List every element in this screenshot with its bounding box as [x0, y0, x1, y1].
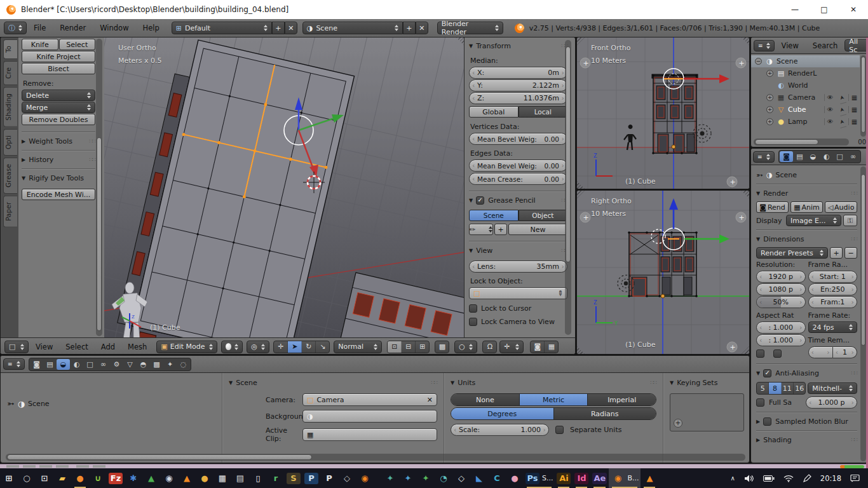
- taskbar-item[interactable]: ◇: [452, 468, 470, 488]
- toolshelf-tab[interactable]: Paper: [3, 196, 17, 227]
- properties-tab[interactable]: ◒: [57, 359, 70, 370]
- taskbar-item[interactable]: ◉: [160, 468, 178, 488]
- units-radians-button[interactable]: Radians: [554, 408, 656, 419]
- grease-scene-button[interactable]: Scene: [469, 210, 519, 221]
- taskbar-item[interactable]: Ai: [555, 468, 573, 488]
- npanel-scrollbar[interactable]: [565, 40, 571, 335]
- wifi-icon[interactable]: [783, 475, 794, 482]
- rotate-manipulator[interactable]: ↻: [302, 341, 316, 353]
- keying-sets-header[interactable]: ▼Keying Sets: [670, 377, 744, 388]
- viewport-front-area[interactable]: Z + + + Front Ortho 10 Meters (1) Cube: [576, 37, 750, 189]
- selectability-cursor-icon[interactable]: ➤: [837, 104, 846, 116]
- bottom-hscrollbar[interactable]: [6, 454, 745, 461]
- properties-tab[interactable]: ⚙: [110, 359, 123, 370]
- editor-type-properties[interactable]: ≡: [753, 151, 775, 163]
- aa-samples-5[interactable]: 5: [757, 383, 769, 394]
- time-new-field[interactable]: 1: [833, 346, 857, 358]
- menu-view[interactable]: View: [30, 342, 58, 351]
- menu-window[interactable]: Window: [93, 24, 135, 32]
- units-degrees-button[interactable]: Degrees: [451, 408, 554, 419]
- expander-icon[interactable]: +: [766, 106, 773, 113]
- add-layout-button[interactable]: +: [272, 22, 285, 34]
- properties-tab[interactable]: ▤: [43, 359, 57, 370]
- tray-expand-icon[interactable]: ∧: [731, 475, 735, 482]
- render-engine-selector[interactable]: Blender Render: [437, 22, 503, 34]
- outliner-row[interactable]: + ▤ RenderL 👁︎ ➤ ▦: [751, 67, 860, 79]
- delete-scene-button[interactable]: ✕: [416, 22, 428, 34]
- maximize-button[interactable]: □: [810, 0, 839, 19]
- proportional-edit-selector[interactable]: ○: [454, 341, 477, 353]
- limit-selection-toggle[interactable]: ▩: [435, 341, 449, 353]
- median-x-field[interactable]: X:0m: [469, 67, 567, 79]
- grease-new-plus-icon[interactable]: +: [494, 224, 507, 235]
- clear-camera-icon[interactable]: ✕: [427, 396, 433, 404]
- encode-mesh-button[interactable]: Encode Mesh Wi...: [22, 189, 95, 200]
- scene-panel-header[interactable]: ▼Scene∷∷: [229, 377, 437, 388]
- taskbar-item[interactable]: ✦: [399, 468, 417, 488]
- toolshelf-tab[interactable]: Grease: [3, 158, 17, 194]
- taskbar-item[interactable]: S: [285, 468, 302, 488]
- time-old-field[interactable]: [808, 346, 833, 358]
- remove-preset-button[interactable]: −: [844, 247, 857, 259]
- motion-blur-checkbox[interactable]: [763, 417, 771, 426]
- select-button[interactable]: Select: [59, 39, 96, 50]
- audio-button[interactable]: ◁Audio: [825, 201, 857, 213]
- display-mode-selector[interactable]: Image E...: [786, 215, 841, 226]
- toolshelf-scrollbar[interactable]: [96, 39, 102, 336]
- editor-type-outliner[interactable]: ≡: [754, 40, 775, 51]
- taskbar-item[interactable]: ◔: [435, 468, 452, 488]
- taskbar-item[interactable]: ⊡: [36, 468, 53, 488]
- resolution-x-field[interactable]: 1920 p: [756, 271, 806, 283]
- remove-doubles-button[interactable]: Remove Doubles: [22, 114, 95, 125]
- outliner-row[interactable]: + ▦ Camera 👁︎ ➤ ▦: [751, 92, 860, 104]
- taskbar-item[interactable]: ▲: [178, 468, 196, 488]
- close-button[interactable]: ✕: [839, 0, 868, 19]
- taskbar-item[interactable]: ▰: [53, 468, 71, 488]
- taskbar-item[interactable]: ▯: [249, 468, 267, 488]
- outliner-hscrollbar[interactable]: [754, 139, 849, 146]
- separate-units-checkbox[interactable]: [555, 426, 564, 434]
- mean-bevel-edges-field[interactable]: Mean Bevel Weig:0.00: [469, 159, 567, 172]
- taskbar-item[interactable]: ▦: [214, 468, 231, 488]
- grease-new-button[interactable]: New: [508, 224, 567, 235]
- delete-layout-button[interactable]: ✕: [285, 22, 297, 34]
- animation-button[interactable]: ▦Anim: [790, 201, 823, 213]
- mean-crease-field[interactable]: Mean Crease:0.00: [469, 173, 567, 185]
- units-none-button[interactable]: None: [451, 394, 520, 405]
- knife-project-button[interactable]: Knife Project: [22, 51, 95, 62]
- antialiasing-panel-header[interactable]: ▼Anti-Aliasing∷∷: [756, 367, 857, 379]
- units-panel-header[interactable]: ▼Units∷∷: [451, 377, 656, 388]
- crop-checkbox[interactable]: [773, 349, 782, 358]
- transform-orientation-selector[interactable]: Normal: [334, 341, 382, 353]
- scale-manipulator[interactable]: ↘: [316, 341, 329, 353]
- face-select-mode[interactable]: ⊞: [416, 341, 429, 353]
- properties-tab[interactable]: ◙: [780, 151, 793, 162]
- screen-layout-selector[interactable]: ⊞Default: [172, 22, 272, 34]
- sampled-motion-blur-header[interactable]: ▶Sampled Motion Blur: [756, 416, 857, 427]
- render-opengl-anim-button[interactable]: ▦: [545, 341, 558, 353]
- shading-panel-header[interactable]: ▶Shading∷∷: [756, 434, 857, 445]
- dimensions-panel-header[interactable]: ▼Dimensions∷∷: [756, 233, 857, 245]
- outliner-row[interactable]: + ▽ Cube 👁︎ ➤ ▦: [751, 104, 860, 116]
- border-checkbox[interactable]: [756, 349, 764, 358]
- battery-icon[interactable]: [763, 475, 775, 482]
- taskbar-item[interactable]: ◉: [356, 468, 374, 488]
- taskbar-item[interactable]: ●: [506, 468, 524, 488]
- taskbar-item[interactable]: ▲: [641, 468, 658, 488]
- outliner-menu-view[interactable]: View: [775, 41, 806, 50]
- pivot-point-selector[interactable]: ◎: [247, 341, 269, 353]
- render-presets-selector[interactable]: Render Presets: [756, 247, 828, 259]
- taskbar-item[interactable]: ◉ B...: [609, 468, 641, 488]
- properties-tab[interactable]: ◌: [177, 359, 190, 370]
- rigify-panel-header[interactable]: ▼Rigify Dev Tools: [22, 172, 95, 184]
- edge-select-mode[interactable]: ⊟: [402, 341, 416, 353]
- translate-manipulator[interactable]: ➤: [288, 341, 302, 353]
- taskbar-item[interactable]: Ps S...: [524, 468, 555, 488]
- visibility-eye-icon[interactable]: 👁︎: [824, 118, 836, 125]
- local-button[interactable]: Local: [519, 106, 568, 118]
- toolshelf-tab[interactable]: To: [3, 39, 17, 59]
- properties-tab[interactable]: ✦: [163, 359, 177, 370]
- menu-add[interactable]: Add: [95, 342, 121, 351]
- properties-tab[interactable]: ◐: [70, 359, 83, 370]
- bisect-button[interactable]: Bisect: [22, 63, 95, 74]
